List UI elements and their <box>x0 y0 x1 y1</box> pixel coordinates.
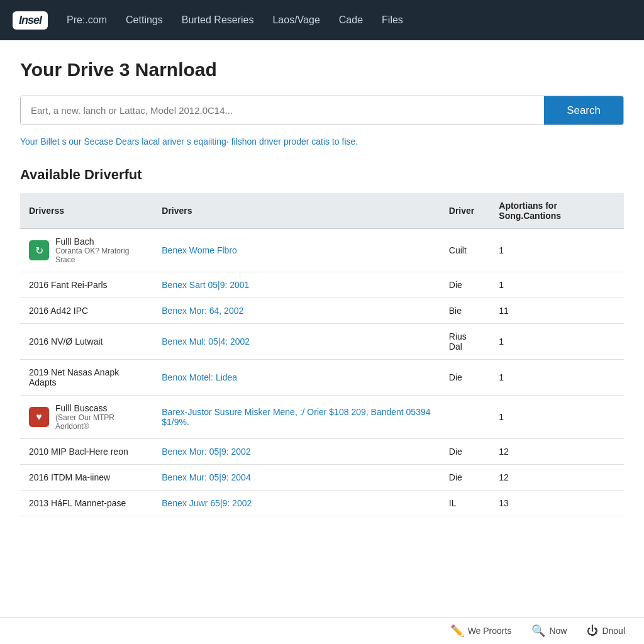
logo: Insel <box>13 11 48 30</box>
search-bar: Search <box>20 96 624 125</box>
driver-sub-name: Coranta OK? Mratorig Srace <box>55 247 144 264</box>
driver-primary-name: 2016 Fant Rei-Parls <box>29 280 108 290</box>
driver-link[interactable]: Benex Mur: 05|9: 2004 <box>162 472 250 482</box>
driver-link-cell: Barex-Justor Susure Misker Mene, :/ Orie… <box>153 396 440 439</box>
driver-col: Bie <box>440 298 491 324</box>
info-text: Your Billet s our Secase Dears lacal ari… <box>20 136 624 147</box>
table-row: 2013 HáFL Mannet-paseBenex Juwr 65|9: 20… <box>20 491 624 516</box>
section-title: Available Driverfut <box>20 167 624 183</box>
driver-link[interactable]: Benox Motel: Lidea <box>162 372 237 382</box>
col-driver: Driver <box>440 193 491 229</box>
driver-col: Rius Dal <box>440 324 491 360</box>
driver-name-cell: 2013 HáFL Mannet-pase <box>20 491 153 516</box>
driver-count: 12 <box>490 465 624 491</box>
page-title: Your Drive 3 Narnload <box>20 59 624 80</box>
search-button[interactable]: Search <box>544 96 623 125</box>
driver-link[interactable]: Benex Mor: 05|9: 2002 <box>162 447 250 457</box>
driver-count: 1 <box>490 324 624 360</box>
driver-count: 13 <box>490 491 624 516</box>
red-icon: ♥ <box>29 407 49 427</box>
driver-col: Cuilt <box>440 229 491 272</box>
driver-count: 11 <box>490 298 624 324</box>
driver-name-cell: ♥Fulll Buscass(Sarer Our MTPR Aorldont® <box>20 396 153 439</box>
driver-count: 12 <box>490 439 624 465</box>
green-icon: ↻ <box>29 240 49 260</box>
main-content: Your Drive 3 Narnload Search Your Billet… <box>8 40 636 567</box>
col-drivers: Drivers <box>153 193 440 229</box>
table-row: 2016 NV/Ø LutwaitBenex Mul: 05|4: 2002Ri… <box>20 324 624 360</box>
driver-col: Die <box>440 360 491 396</box>
table-row: 2010 MIP Bacl-Here reonBenex Mor: 05|9: … <box>20 439 624 465</box>
driver-count: 1 <box>490 360 624 396</box>
driver-count: 1 <box>490 229 624 272</box>
driver-col: IL <box>440 491 491 516</box>
table-body: ↻Fulll BachCoranta OK? Mratorig SraceBen… <box>20 229 624 516</box>
table-row: 2016 Fant Rei-ParlsBenex Sart 05|9: 2001… <box>20 272 624 298</box>
driver-col: Die <box>440 439 491 465</box>
table-row: 2016 Ad42 IPCBenex Mor: 64, 2002Bie11 <box>20 298 624 324</box>
driver-count: 1 <box>490 272 624 298</box>
driver-name-cell: 2016 Fant Rei-Parls <box>20 272 153 298</box>
nav-laos[interactable]: Laos/Vage <box>272 14 319 26</box>
driver-link-cell: Benex Wome Flbro <box>153 229 440 272</box>
driver-primary-name: 2016 Ad42 IPC <box>29 306 88 316</box>
driver-link-cell: Benex Mor: 64, 2002 <box>153 298 440 324</box>
driver-name-cell: 2010 MIP Bacl-Here reon <box>20 439 153 465</box>
driver-name-cell: 2019 Net Nasas Anapk Adapts <box>20 360 153 396</box>
driver-col: Die <box>440 272 491 298</box>
nav-burted[interactable]: Burted Reseries <box>182 14 254 26</box>
drivers-table: Driverss Drivers Driver Aptortians for S… <box>20 193 624 516</box>
driver-link[interactable]: Benex Mul: 05|4: 2002 <box>162 336 250 347</box>
driver-primary-name: 2016 ITDM Ma-iinew <box>29 472 110 482</box>
driver-link-cell: Benex Mul: 05|4: 2002 <box>153 324 440 360</box>
driver-link[interactable]: Benex Mor: 64, 2002 <box>162 306 243 316</box>
driver-link[interactable]: Barex-Justor Susure Misker Mene, :/ Orie… <box>162 407 430 427</box>
driver-link[interactable]: Benex Juwr 65|9: 2002 <box>162 498 252 508</box>
driver-link[interactable]: Benex Sart 05|9: 2001 <box>162 280 249 290</box>
driver-primary-name: 2019 Net Nasas Anapk Adapts <box>29 367 119 387</box>
navbar: Insel Pre:.com Cettings Burted Reseries … <box>0 0 644 40</box>
table-row: 2016 ITDM Ma-iinewBenex Mur: 05|9: 2004D… <box>20 465 624 491</box>
table-row: ↻Fulll BachCoranta OK? Mratorig SraceBen… <box>20 229 624 272</box>
nav-files[interactable]: Files <box>382 14 403 26</box>
nav-settings[interactable]: Cettings <box>126 14 163 26</box>
driver-link-cell: Benex Mor: 05|9: 2002 <box>153 439 440 465</box>
table-row: ♥Fulll Buscass(Sarer Our MTPR Aorldont®B… <box>20 396 624 439</box>
driver-count: 1 <box>490 396 624 439</box>
nav-items: Pre:.com Cettings Burted Reseries Laos/V… <box>67 14 403 26</box>
driver-col: Die <box>440 465 491 491</box>
driver-name-cell: ↻Fulll BachCoranta OK? Mratorig Srace <box>20 229 153 272</box>
driver-link-cell: Benex Sart 05|9: 2001 <box>153 272 440 298</box>
nav-precom[interactable]: Pre:.com <box>67 14 107 26</box>
driver-primary-name: 2016 NV/Ø Lutwait <box>29 336 103 347</box>
table-header: Driverss Drivers Driver Aptortians for S… <box>20 193 624 229</box>
nav-cade[interactable]: Cade <box>339 14 363 26</box>
driver-name-cell: 2016 ITDM Ma-iinew <box>20 465 153 491</box>
col-driverss: Driverss <box>20 193 153 229</box>
driver-link-cell: Benox Motel: Lidea <box>153 360 440 396</box>
col-aptortians: Aptortians for Song.Cantions <box>490 193 624 229</box>
driver-sub-name: (Sarer Our MTPR Aorldont® <box>55 413 144 431</box>
driver-primary-name: 2013 HáFL Mannet-pase <box>29 498 126 508</box>
driver-name-cell: 2016 Ad42 IPC <box>20 298 153 324</box>
driver-primary-name: Fulll Buscass <box>55 403 144 413</box>
search-input[interactable] <box>21 96 544 125</box>
driver-primary-name: 2010 MIP Bacl-Here reon <box>29 447 128 457</box>
driver-name-cell: 2016 NV/Ø Lutwait <box>20 324 153 360</box>
driver-col <box>440 396 491 439</box>
driver-link-cell: Benex Juwr 65|9: 2002 <box>153 491 440 516</box>
driver-link[interactable]: Benex Wome Flbro <box>162 245 237 255</box>
driver-link-cell: Benex Mur: 05|9: 2004 <box>153 465 440 491</box>
driver-primary-name: Fulll Bach <box>55 236 144 247</box>
table-row: 2019 Net Nasas Anapk AdaptsBenox Motel: … <box>20 360 624 396</box>
